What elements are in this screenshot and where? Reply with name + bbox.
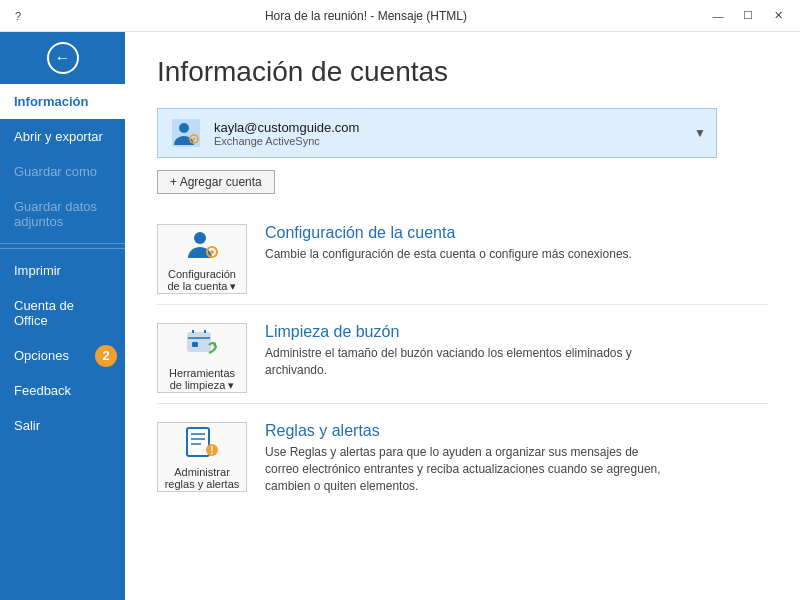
window-title: Hora de la reunión! - Mensaje (HTML) — [28, 9, 704, 23]
maximize-button[interactable]: ☐ — [734, 6, 762, 26]
sidebar-item-guardar-datos: Guardar datos adjuntos — [0, 189, 125, 239]
svg-line-10 — [196, 136, 197, 137]
section-desc-config-cuenta: Cambie la configuración de esta cuenta o… — [265, 246, 632, 263]
section-card-limpieza-buzon: Herramientas de limpieza ▾Limpieza de bu… — [157, 313, 768, 404]
svg-line-19 — [208, 247, 209, 248]
svg-point-14 — [210, 250, 214, 254]
sidebar-divider — [0, 248, 125, 249]
page-title: Información de cuentas — [157, 56, 768, 88]
svg-text:!: ! — [210, 445, 213, 456]
section-desc-reglas-alertas: Use Reglas y alertas para que lo ayuden … — [265, 444, 665, 494]
section-title-reglas-alertas: Reglas y alertas — [265, 422, 665, 440]
svg-line-8 — [191, 136, 192, 137]
svg-point-1 — [179, 123, 189, 133]
minimize-button[interactable]: — — [704, 6, 732, 26]
section-content-reglas-alertas: Reglas y alertasUse Reglas y alertas par… — [265, 422, 665, 494]
section-title-config-cuenta: Configuración de la cuenta — [265, 224, 632, 242]
svg-point-12 — [194, 232, 206, 244]
back-circle-icon: ← — [47, 42, 79, 74]
svg-line-11 — [191, 141, 192, 142]
section-icon-limpieza-buzon[interactable]: Herramientas de limpieza ▾ — [157, 323, 247, 393]
sidebar-divider — [0, 243, 125, 244]
svg-line-9 — [196, 141, 197, 142]
main-content: Información de cuentas — [125, 32, 800, 600]
svg-point-3 — [193, 138, 196, 141]
svg-line-21 — [215, 247, 216, 248]
svg-rect-25 — [187, 428, 209, 456]
back-button[interactable]: ← — [0, 32, 125, 84]
help-button[interactable]: ? — [8, 6, 28, 26]
section-desc-limpieza-buzon: Administre el tamaño del buzón vaciando … — [265, 345, 665, 379]
account-dropdown[interactable]: kayla@customguide.com Exchange ActiveSyn… — [157, 108, 717, 158]
close-button[interactable]: ✕ — [764, 6, 792, 26]
svg-line-22 — [208, 254, 209, 255]
account-icon — [168, 115, 204, 151]
account-type: Exchange ActiveSync — [214, 135, 686, 147]
window-controls: — ☐ ✕ — [704, 6, 792, 26]
svg-line-20 — [215, 254, 216, 255]
sidebar-item-guardar-como: Guardar como — [0, 154, 125, 189]
section-card-reglas-alertas: !Administrar reglas y alertasReglas y al… — [157, 412, 768, 504]
sidebar-item-informacion[interactable]: Información — [0, 84, 125, 119]
sidebar-item-opciones[interactable]: Opciones2 — [0, 338, 125, 373]
app-body: ← InformaciónAbrir y exportarGuardar com… — [0, 32, 800, 600]
dropdown-arrow-icon: ▼ — [694, 126, 706, 140]
svg-rect-23 — [188, 333, 210, 351]
account-info: kayla@customguide.com Exchange ActiveSyn… — [214, 120, 686, 147]
sidebar-item-feedback[interactable]: Feedback — [0, 373, 125, 408]
sidebar-item-abrir-exportar[interactable]: Abrir y exportar — [0, 119, 125, 154]
svg-rect-24 — [192, 342, 198, 347]
badge-opciones: 2 — [95, 345, 117, 367]
section-icon-reglas-alertas[interactable]: !Administrar reglas y alertas — [157, 422, 247, 492]
section-icon-config-cuenta[interactable]: Configuración de la cuenta ▾ — [157, 224, 247, 294]
sidebar-item-cuenta-office[interactable]: Cuenta de Office — [0, 288, 125, 338]
section-content-config-cuenta: Configuración de la cuentaCambie la conf… — [265, 224, 632, 263]
section-title-limpieza-buzon: Limpieza de buzón — [265, 323, 665, 341]
add-account-button[interactable]: + Agregar cuenta — [157, 170, 275, 194]
section-content-limpieza-buzon: Limpieza de buzónAdministre el tamaño de… — [265, 323, 665, 379]
title-bar: ? Hora de la reunión! - Mensaje (HTML) —… — [0, 0, 800, 32]
sidebar-item-imprimir[interactable]: Imprimir — [0, 253, 125, 288]
account-email: kayla@customguide.com — [214, 120, 686, 135]
section-card-config-cuenta: Configuración de la cuenta ▾Configuració… — [157, 214, 768, 305]
sidebar-item-salir[interactable]: Salir — [0, 408, 125, 443]
sidebar: ← InformaciónAbrir y exportarGuardar com… — [0, 32, 125, 600]
